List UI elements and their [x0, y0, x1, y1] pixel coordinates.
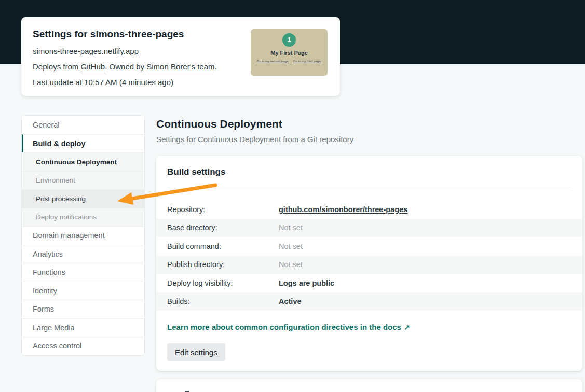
preview-second-page-link: Go to my second page.	[257, 60, 289, 63]
sidebar-item-build-deploy[interactable]: Build & deploy	[22, 134, 144, 153]
row-value: Not set	[279, 223, 303, 232]
row-label: Build command:	[156, 242, 279, 250]
docs-link[interactable]: Learn more about common configuration di…	[167, 323, 410, 331]
sidebar-item-large-media[interactable]: Large Media	[22, 318, 144, 337]
site-summary-card: Settings for simons-three-pages simons-t…	[21, 17, 340, 96]
table-row: Publish directory: Not set	[156, 256, 582, 274]
edit-settings-button[interactable]: Edit settings	[167, 343, 225, 361]
table-row: Base directory: Not set	[156, 219, 582, 237]
sidebar-item-general[interactable]: General	[22, 116, 144, 134]
sidebar-item-post-processing[interactable]: Post processing	[22, 189, 144, 208]
preview-heading: My First Page	[251, 50, 328, 56]
github-link[interactable]: GitHub	[81, 62, 105, 71]
next-section-card	[156, 379, 582, 392]
row-label: Publish directory:	[156, 260, 279, 269]
table-row: Deploy log visibility: Logs are public	[156, 274, 582, 292]
external-link-icon: ↗	[404, 323, 410, 331]
deploy-info-prefix: Deploys from	[33, 62, 81, 71]
settings-sidebar: General Build & deploy Continuous Deploy…	[21, 115, 145, 356]
sidebar-item-forms[interactable]: Forms	[22, 300, 144, 318]
page-subtitle: Settings for Continuous Deployment from …	[156, 135, 353, 144]
row-value: Logs are public	[279, 279, 334, 287]
deploy-info-middle: . Owned by	[105, 62, 146, 71]
build-settings-card: Build settings Repository: github.com/si…	[156, 156, 582, 371]
sidebar-item-continuous-deployment[interactable]: Continuous Deployment	[22, 152, 144, 171]
page-title: Continuous Deployment	[156, 118, 282, 130]
table-row: Repository: github.com/simonborer/three-…	[156, 200, 582, 219]
preview-third-page-link: Go to my third page.	[293, 60, 321, 63]
row-value: Not set	[279, 242, 303, 250]
site-url-link[interactable]: simons-three-pages.netlify.app	[33, 47, 139, 55]
sidebar-item-domain-management[interactable]: Domain management	[22, 226, 144, 245]
deploy-info-suffix: .	[215, 62, 217, 71]
sidebar-item-analytics[interactable]: Analytics	[22, 245, 144, 263]
docs-link-label: Learn more about common configuration di…	[167, 323, 401, 331]
last-update-text: Last update at 10:57 AM (4 minutes ago)	[33, 78, 329, 87]
row-value: Not set	[279, 260, 303, 269]
row-value: Active	[279, 297, 302, 305]
sidebar-item-deploy-notifications[interactable]: Deploy notifications	[22, 208, 144, 227]
build-settings-table: Repository: github.com/simonborer/three-…	[156, 200, 582, 311]
team-link[interactable]: Simon Borer's team	[146, 62, 214, 71]
site-preview-thumbnail[interactable]: 1 My First Page Go to my second page.Go …	[251, 29, 328, 76]
row-label: Base directory:	[156, 223, 279, 232]
sidebar-item-functions[interactable]: Functions	[22, 263, 144, 282]
table-row: Build command: Not set	[156, 237, 582, 256]
row-label: Repository:	[156, 205, 279, 214]
sidebar-item-access-control[interactable]: Access control	[22, 337, 144, 355]
sidebar-item-environment[interactable]: Environment	[22, 171, 144, 190]
repository-link[interactable]: github.com/simonborer/three-pages	[279, 205, 407, 214]
heading-divider	[167, 187, 571, 187]
preview-links: Go to my second page.Go to my third page…	[251, 60, 328, 63]
row-label: Deploy log visibility:	[156, 279, 279, 287]
table-row: Builds: Active	[156, 292, 582, 311]
row-label: Builds:	[156, 297, 279, 305]
build-settings-heading: Build settings	[167, 167, 225, 177]
preview-page-number-badge: 1	[282, 33, 296, 47]
sidebar-item-identity[interactable]: Identity	[22, 282, 144, 300]
